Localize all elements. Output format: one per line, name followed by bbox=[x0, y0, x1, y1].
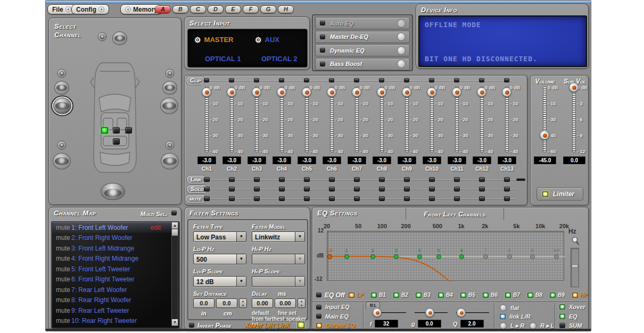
link-button-ch4[interactable] bbox=[279, 177, 285, 182]
mute-toggle[interactable]: mute bbox=[52, 307, 71, 314]
eq-band-point-6[interactable] bbox=[459, 254, 464, 259]
memory-slot-d[interactable]: D bbox=[208, 5, 224, 13]
flat-radio-icon[interactable] bbox=[500, 304, 507, 311]
lo-p-hz-dropdown[interactable]: 500 ▼ bbox=[193, 254, 246, 264]
mode-button-eq[interactable]: EQ bbox=[559, 313, 577, 320]
eq-band-point-3[interactable] bbox=[394, 254, 399, 259]
g-slider-knob[interactable] bbox=[425, 308, 434, 317]
solo-button-ch6[interactable] bbox=[329, 187, 335, 192]
fader-track[interactable] bbox=[306, 87, 308, 152]
link-master-dash[interactable] bbox=[516, 178, 525, 181]
hi-p-hz-dropdown[interactable]: ▼ bbox=[252, 254, 305, 264]
dropdown-arrow-icon[interactable]: ▼ bbox=[236, 254, 246, 264]
clip-indicator-ch11[interactable] bbox=[454, 78, 459, 82]
fader-knob[interactable] bbox=[227, 87, 236, 97]
eq-layer-checkbox-icon[interactable] bbox=[316, 314, 321, 319]
delay-fine-field[interactable]: 0.00 bbox=[275, 298, 296, 308]
link-button-ch8[interactable] bbox=[379, 177, 385, 182]
mute-button-ch8[interactable] bbox=[379, 196, 385, 201]
band-editor-tab[interactable]: B1 bbox=[366, 302, 380, 309]
fader-track[interactable] bbox=[481, 87, 483, 152]
fader-track[interactable] bbox=[331, 87, 333, 152]
sub-vol-fader-knob[interactable] bbox=[569, 82, 579, 92]
clip-indicator-ch1[interactable] bbox=[204, 78, 209, 82]
memory-slot-a[interactable]: A bbox=[155, 5, 171, 13]
solo-button-ch9[interactable] bbox=[404, 187, 410, 192]
q-slider-knob[interactable] bbox=[457, 308, 466, 317]
rear-right-woofer-speaker-icon[interactable] bbox=[161, 153, 179, 170]
dynamic-eq-checkbox[interactable] bbox=[320, 48, 325, 53]
memory-slot-b[interactable]: B bbox=[172, 5, 188, 13]
link-lr-led-icon[interactable] bbox=[500, 314, 506, 319]
link-lr-option[interactable]: link L/R bbox=[500, 313, 531, 320]
rear-left-tweeter-speaker-icon[interactable] bbox=[57, 141, 67, 150]
fader-knob[interactable] bbox=[277, 87, 286, 97]
front-right-tweeter-speaker-icon[interactable] bbox=[166, 69, 175, 78]
mute-button-ch2[interactable] bbox=[229, 196, 235, 201]
clip-indicator-ch2[interactable] bbox=[229, 78, 234, 82]
delay-spinner[interactable]: ▲▼ bbox=[298, 298, 306, 308]
mute-toggle[interactable]: mute bbox=[52, 296, 71, 304]
mute-button-ch10[interactable] bbox=[429, 196, 435, 201]
fader-track[interactable] bbox=[356, 87, 358, 152]
solo-button-ch8[interactable] bbox=[379, 187, 385, 192]
eq-layer-main-eq[interactable]: Main EQ bbox=[316, 313, 349, 320]
fader-knob[interactable] bbox=[402, 87, 411, 97]
mute-toggle[interactable]: mute bbox=[52, 245, 71, 252]
clip-indicator-ch13[interactable] bbox=[504, 78, 509, 82]
mute-button-ch13[interactable] bbox=[504, 196, 510, 201]
mode-button-xover[interactable]: Xover bbox=[559, 304, 585, 310]
eq-band-point-1[interactable] bbox=[344, 254, 349, 259]
auto-eq-round-button[interactable] bbox=[397, 19, 406, 28]
volume-fader-track[interactable] bbox=[543, 87, 546, 152]
fader-knob[interactable] bbox=[252, 87, 261, 97]
flat-option[interactable]: flat bbox=[500, 304, 519, 311]
clip-indicator-ch8[interactable] bbox=[379, 78, 384, 82]
fader-knob[interactable] bbox=[427, 87, 436, 97]
link-button-ch3[interactable] bbox=[254, 177, 260, 182]
scroll-up-icon[interactable]: ▲ bbox=[172, 222, 178, 229]
master-de-eq-round-button[interactable] bbox=[397, 32, 406, 41]
eq-zoom-slider-thumb[interactable] bbox=[572, 264, 578, 268]
link-button-ch12[interactable] bbox=[479, 177, 485, 182]
fader-track[interactable] bbox=[255, 87, 258, 152]
solo-button-ch12[interactable] bbox=[479, 187, 485, 192]
memory-slot-h[interactable]: H bbox=[278, 5, 294, 13]
q-value-field[interactable]: 2.0 bbox=[460, 320, 484, 328]
sub-vol-fader-track[interactable] bbox=[573, 87, 575, 152]
invert-phase-checkbox[interactable] bbox=[189, 323, 194, 328]
eq-off-checkbox[interactable] bbox=[316, 293, 321, 297]
bass-boost-round-button[interactable] bbox=[397, 60, 406, 68]
channel-list-item-rear-left-woofer[interactable]: mute7: Rear Left Woofer bbox=[52, 285, 179, 295]
multi-sel-checkbox[interactable] bbox=[171, 211, 177, 215]
channel-list-scrollbar[interactable]: ▲ ▼ bbox=[171, 222, 178, 326]
channel-list-item-rear-right-tweeter[interactable]: mute10: Rear Right Tweeter bbox=[52, 316, 179, 327]
seat-rear-center-indicator[interactable] bbox=[113, 138, 120, 145]
link-button-ch6[interactable] bbox=[329, 177, 335, 182]
source-master[interactable]: ⚙MASTER bbox=[194, 36, 233, 44]
band-button-b8[interactable]: B8 bbox=[527, 292, 542, 298]
subwoofer-speaker-icon[interactable] bbox=[101, 183, 125, 200]
link-button-ch10[interactable] bbox=[429, 177, 435, 182]
fader-track[interactable] bbox=[280, 87, 283, 152]
hi-p-slope-dropdown[interactable]: ▼ bbox=[252, 276, 305, 287]
eq-band-point-hp[interactable] bbox=[554, 254, 559, 259]
memory-slot-g[interactable]: G bbox=[260, 5, 276, 13]
link-button-ch11[interactable] bbox=[454, 177, 460, 182]
channel-list-item-front-right-woofer[interactable]: mute2: Front Right Woofer bbox=[52, 233, 179, 244]
fader-track[interactable] bbox=[230, 87, 233, 152]
mute-button-ch6[interactable] bbox=[329, 196, 335, 201]
mute-toggle[interactable]: mute bbox=[52, 286, 71, 294]
dropdown-arrow-icon[interactable]: ▼ bbox=[236, 232, 246, 242]
mute-button-ch12[interactable] bbox=[479, 196, 485, 201]
filter-model-dropdown[interactable]: Linkwitz ▼ bbox=[252, 231, 305, 242]
distance-spinner[interactable]: ▲▼ bbox=[239, 298, 247, 308]
channel-list-item-rear-left-tweeter[interactable]: mute9: Rear Left Tweeter bbox=[52, 305, 179, 316]
clip-indicator-ch3[interactable] bbox=[254, 78, 259, 82]
solo-button-ch1[interactable] bbox=[204, 187, 210, 192]
xover-lr-link-led-button[interactable] bbox=[298, 322, 304, 328]
mute-button-ch1[interactable] bbox=[204, 196, 210, 201]
mute-toggle[interactable]: mute bbox=[52, 276, 71, 283]
channel-list-item-front-left-woofer[interactable]: mute1: Front Left Wooferedit bbox=[52, 222, 179, 233]
eq-layer-checkbox-icon[interactable] bbox=[316, 305, 321, 310]
